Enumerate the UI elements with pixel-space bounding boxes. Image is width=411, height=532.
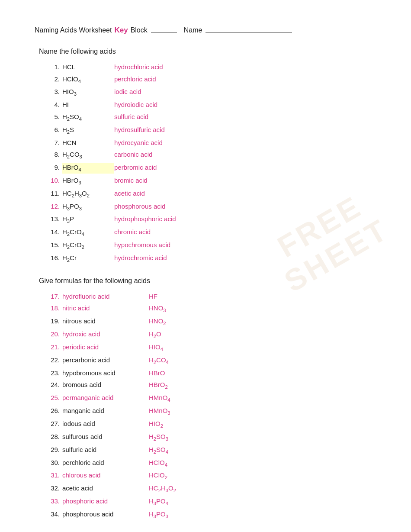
item-answer: hydroiodic acid (114, 100, 157, 110)
item-acid-name: sulfurous acid (62, 432, 149, 442)
item-acid-name: nitric acid (62, 303, 149, 313)
item-number: 26. (48, 406, 60, 416)
list-item: 19.nitrous acidHNO2 (48, 316, 376, 327)
item-formula: H2S (62, 125, 114, 136)
item-formula: HC2H3O2 (149, 484, 176, 494)
item-number: 3. (48, 87, 60, 97)
item-number: 23. (48, 368, 60, 378)
item-answer: bromic acid (114, 176, 148, 186)
item-acid-name: percarbonic acid (62, 355, 149, 365)
item-acid-name: hypobromous acid (62, 368, 149, 378)
list-item: 11.HC2H3O2acetic acid (48, 189, 376, 200)
item-formula: HMnO4 (149, 393, 170, 404)
item-answer: iodic acid (114, 87, 141, 97)
item-number: 18. (48, 303, 60, 313)
block-line (151, 32, 177, 32)
list-item: 16.H2Crhydrochromic acid (48, 253, 376, 264)
item-formula: HC2H3O2 (62, 189, 114, 200)
item-number: 11. (48, 189, 60, 199)
item-number: 28. (48, 432, 60, 442)
list-item: 4.HIhydroiodic acid (48, 100, 376, 110)
list-item: 30.perchloric acidHClO4 (48, 458, 376, 469)
item-number: 12. (48, 202, 60, 212)
item-number: 4. (48, 100, 60, 110)
item-number: 25. (48, 393, 60, 403)
item-answer: hypochromous acid (114, 240, 170, 250)
item-formula: HNO3 (149, 303, 166, 314)
item-acid-name: sulfuric acid (62, 445, 149, 455)
list-item: 9.HBrO4perbromic acid (48, 163, 376, 174)
item-number: 20. (48, 329, 60, 339)
item-number: 31. (48, 471, 60, 480)
item-answer: hydrophosphoric acid (114, 214, 176, 224)
item-answer: carbonic acid (114, 150, 152, 160)
list-item: 20.hydroxic acidH2O (48, 329, 376, 340)
item-number: 1. (48, 62, 60, 72)
item-answer: hydrochromic acid (114, 253, 167, 263)
item-formula: HClO4 (62, 74, 114, 85)
list-item: 23.hypobromous acidHBrO (48, 368, 376, 378)
item-formula: HBrO4 (62, 163, 114, 174)
name-label: Name (184, 26, 202, 34)
list-item: 32.acetic acidHC2H3O2 (48, 484, 376, 494)
list-item: 33.phosphoric acidH3PO4 (48, 497, 376, 507)
item-formula: HClO2 (149, 471, 167, 481)
section1-list: 1.HCLhydrochloric acid2.HClO4perchloric … (48, 62, 376, 264)
key-label: Key (114, 26, 128, 35)
item-formula: HF (149, 292, 157, 302)
item-acid-name: bromous acid (62, 380, 149, 390)
item-formula: HI (62, 100, 114, 110)
item-acid-name: iodous acid (62, 419, 149, 429)
list-item: 3.HIO3iodic acid (48, 87, 376, 98)
item-formula: H2CrO2 (62, 240, 114, 251)
item-formula: HIO2 (149, 419, 163, 430)
list-item: 27.iodous acidHIO2 (48, 419, 376, 430)
item-formula: H3P (62, 214, 114, 225)
header-prefix: Naming Acids Worksheet (35, 26, 112, 34)
item-number: 5. (48, 112, 60, 122)
list-item: 25.permanganic acidHMnO4 (48, 393, 376, 404)
item-number: 33. (48, 497, 60, 506)
item-acid-name: hydroxic acid (62, 329, 149, 339)
item-formula: H2CO4 (149, 355, 169, 366)
item-formula: H2Cr (62, 253, 114, 264)
list-item: 15.H2CrO2hypochromous acid (48, 240, 376, 251)
item-answer: hydrochloric acid (114, 62, 163, 72)
item-number: 14. (48, 227, 60, 237)
list-item: 12.H3PO3phosphorous acid (48, 202, 376, 213)
item-answer: chromic acid (114, 227, 151, 237)
list-item: 26.manganic acidHMnO3 (48, 406, 376, 417)
name-line (206, 32, 292, 32)
item-number: 2. (48, 74, 60, 84)
item-formula: HCL (62, 62, 114, 72)
item-formula: H2CO3 (62, 150, 114, 161)
worksheet-header: Naming Acids Worksheet Key Block Name (35, 26, 376, 35)
item-formula: HBrO3 (62, 176, 114, 187)
item-number: 34. (48, 509, 60, 519)
item-number: 21. (48, 342, 60, 352)
item-number: 13. (48, 214, 60, 224)
item-formula: HNO2 (149, 316, 166, 327)
section1-title: Name the following acids (39, 48, 376, 55)
item-formula: H3PO3 (62, 202, 114, 213)
item-formula: H2SO4 (149, 445, 168, 456)
list-item: 6.H2Shydrosulfuric acid (48, 125, 376, 136)
list-item: 18.nitric acidHNO3 (48, 303, 376, 314)
list-item: 5.H2SO4sulfuric acid (48, 112, 376, 123)
item-answer: acetic acid (114, 189, 145, 199)
item-number: 16. (48, 253, 60, 263)
block-label: Block (131, 26, 148, 34)
list-item: 17.hydrofluoric acidHF (48, 292, 376, 302)
item-answer: perchloric acid (114, 74, 156, 84)
list-item: 7.HCNhydrocyanic acid (48, 138, 376, 148)
item-acid-name: manganic acid (62, 406, 149, 416)
item-formula: HBrO (149, 368, 165, 378)
item-answer: hydrosulfuric acid (114, 125, 165, 135)
list-item: 31.chlorous acidHClO2 (48, 471, 376, 481)
list-item: 24.bromous acidHBrO2 (48, 380, 376, 391)
item-acid-name: hydrofluoric acid (62, 292, 149, 302)
list-item: 1.HCLhydrochloric acid (48, 62, 376, 72)
item-acid-name: periodic acid (62, 342, 149, 352)
list-item: 28.sulfurous acidH2SO3 (48, 432, 376, 443)
item-number: 6. (48, 125, 60, 135)
